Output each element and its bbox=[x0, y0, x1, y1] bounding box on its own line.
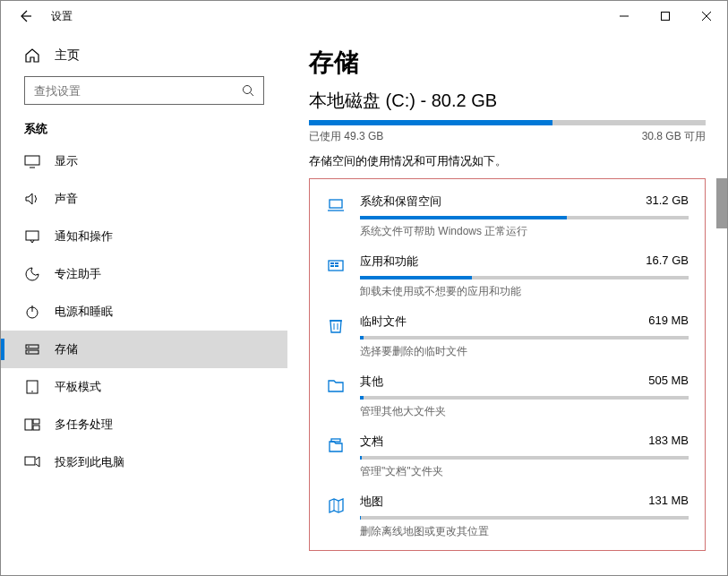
sidebar-item-3[interactable]: 专注助手 bbox=[1, 255, 287, 293]
search-field[interactable] bbox=[34, 84, 231, 98]
category-size: 505 MB bbox=[648, 374, 689, 390]
window-title: 设置 bbox=[51, 9, 73, 24]
sidebar-item-label: 声音 bbox=[55, 191, 78, 207]
category-title: 文档 bbox=[360, 434, 383, 450]
storage-category-2[interactable]: 临时文件619 MB选择要删除的临时文件 bbox=[326, 305, 689, 365]
sidebar-item-0[interactable]: 显示 bbox=[1, 142, 287, 180]
category-bar bbox=[360, 516, 689, 520]
category-title: 应用和功能 bbox=[360, 254, 418, 270]
storage-category-5[interactable]: 地图131 MB删除离线地图或更改其位置 bbox=[326, 485, 689, 545]
category-size: 183 MB bbox=[648, 434, 689, 450]
svg-point-13 bbox=[28, 346, 30, 348]
disk-title: 本地磁盘 (C:) - 80.2 GB bbox=[309, 89, 706, 113]
project-icon bbox=[24, 454, 40, 470]
sidebar-item-1[interactable]: 声音 bbox=[1, 180, 287, 218]
sidebar-item-4[interactable]: 电源和睡眠 bbox=[1, 293, 287, 331]
search-input[interactable] bbox=[24, 76, 264, 105]
home-icon bbox=[24, 47, 40, 64]
category-bar bbox=[360, 396, 689, 400]
storage-category-0[interactable]: 系统和保留空间31.2 GB系统文件可帮助 Windows 正常运行 bbox=[326, 185, 689, 245]
category-subtitle: 管理其他大文件夹 bbox=[360, 404, 689, 419]
sidebar-item-label: 显示 bbox=[55, 153, 78, 169]
category-size: 16.7 GB bbox=[646, 254, 689, 270]
svg-rect-27 bbox=[335, 265, 338, 267]
main-panel: 存储 本地磁盘 (C:) - 80.2 GB 已使用 49.3 GB 30.8 … bbox=[287, 31, 727, 575]
tablet-icon bbox=[24, 379, 40, 395]
power-icon bbox=[24, 304, 40, 320]
category-subtitle: 卸载未使用或不想要的应用和功能 bbox=[360, 284, 689, 299]
sidebar-item-8[interactable]: 投影到此电脑 bbox=[1, 443, 287, 481]
svg-rect-31 bbox=[331, 439, 340, 442]
category-subtitle: 系统文件可帮助 Windows 正常运行 bbox=[360, 224, 689, 239]
storage-icon bbox=[24, 341, 40, 357]
sidebar: 主页 系统 显示声音通知和操作专注助手电源和睡眠存储平板模式多任务处理投影到此电… bbox=[1, 31, 287, 575]
disk-usage-bar bbox=[309, 120, 706, 125]
sidebar-item-label: 电源和睡眠 bbox=[55, 304, 113, 320]
category-size: 31.2 GB bbox=[646, 193, 689, 210]
svg-rect-8 bbox=[26, 231, 39, 240]
svg-rect-19 bbox=[33, 426, 39, 430]
svg-point-14 bbox=[28, 351, 30, 353]
svg-rect-24 bbox=[330, 262, 334, 264]
disk-used-text: 已使用 49.3 GB bbox=[309, 129, 383, 144]
storage-category-1[interactable]: 应用和功能16.7 GB卸载未使用或不想要的应用和功能 bbox=[326, 245, 689, 305]
apps-icon bbox=[326, 254, 346, 299]
minimize-button[interactable] bbox=[604, 2, 645, 30]
sidebar-item-5[interactable]: 存储 bbox=[1, 331, 287, 368]
category-title: 系统和保留空间 bbox=[360, 193, 441, 210]
category-bar bbox=[360, 336, 689, 340]
svg-line-5 bbox=[251, 93, 254, 97]
category-bar bbox=[360, 216, 689, 219]
category-title: 其他 bbox=[360, 374, 383, 390]
sidebar-item-6[interactable]: 平板模式 bbox=[1, 368, 287, 406]
category-title: 地图 bbox=[360, 494, 383, 510]
folder-icon bbox=[326, 374, 346, 419]
svg-rect-25 bbox=[335, 262, 338, 264]
svg-rect-12 bbox=[26, 350, 39, 354]
category-size: 131 MB bbox=[648, 494, 689, 510]
svg-rect-21 bbox=[330, 200, 342, 208]
notifications-icon bbox=[24, 228, 40, 245]
sidebar-item-label: 通知和操作 bbox=[55, 228, 113, 245]
focus-assist-icon bbox=[24, 266, 40, 282]
home-label: 主页 bbox=[55, 47, 80, 64]
sidebar-item-label: 专注助手 bbox=[55, 266, 101, 282]
display-icon bbox=[24, 153, 40, 169]
multitask-icon bbox=[24, 417, 40, 433]
category-bar bbox=[360, 456, 689, 460]
svg-rect-20 bbox=[25, 457, 35, 465]
titlebar: 设置 bbox=[1, 1, 727, 31]
category-title: 临时文件 bbox=[360, 314, 407, 330]
sound-icon bbox=[24, 191, 40, 207]
storage-description: 存储空间的使用情况和可用情况如下。 bbox=[309, 153, 706, 169]
maximize-button[interactable] bbox=[645, 2, 686, 30]
laptop-icon bbox=[326, 193, 346, 239]
close-button[interactable] bbox=[686, 2, 727, 30]
category-subtitle: 删除离线地图或更改其位置 bbox=[360, 524, 689, 539]
svg-rect-18 bbox=[33, 419, 39, 424]
category-subtitle: 选择要删除的临时文件 bbox=[360, 344, 689, 359]
sidebar-item-label: 平板模式 bbox=[55, 379, 101, 395]
storage-category-4[interactable]: 文档183 MB管理"文档"文件夹 bbox=[326, 425, 689, 485]
category-subtitle: 管理"文档"文件夹 bbox=[360, 464, 689, 479]
sidebar-item-label: 存储 bbox=[55, 341, 78, 357]
sidebar-item-2[interactable]: 通知和操作 bbox=[1, 218, 287, 255]
svg-rect-6 bbox=[25, 156, 39, 165]
document-icon bbox=[326, 434, 346, 479]
category-bar bbox=[360, 276, 689, 279]
sidebar-section-label: 系统 bbox=[1, 105, 287, 142]
trash-icon bbox=[326, 314, 346, 359]
svg-rect-17 bbox=[25, 419, 32, 430]
svg-rect-26 bbox=[330, 265, 334, 267]
sidebar-item-7[interactable]: 多任务处理 bbox=[1, 406, 287, 443]
scrollbar-thumb[interactable] bbox=[716, 178, 727, 228]
svg-rect-1 bbox=[662, 13, 670, 21]
storage-category-3[interactable]: 其他505 MB管理其他大文件夹 bbox=[326, 365, 689, 425]
sidebar-item-label: 多任务处理 bbox=[55, 417, 113, 433]
category-size: 619 MB bbox=[648, 314, 689, 330]
svg-rect-11 bbox=[26, 345, 39, 348]
home-link[interactable]: 主页 bbox=[1, 40, 287, 71]
disk-free-text: 30.8 GB 可用 bbox=[642, 129, 706, 144]
map-icon bbox=[326, 494, 346, 539]
back-button[interactable] bbox=[15, 6, 35, 26]
